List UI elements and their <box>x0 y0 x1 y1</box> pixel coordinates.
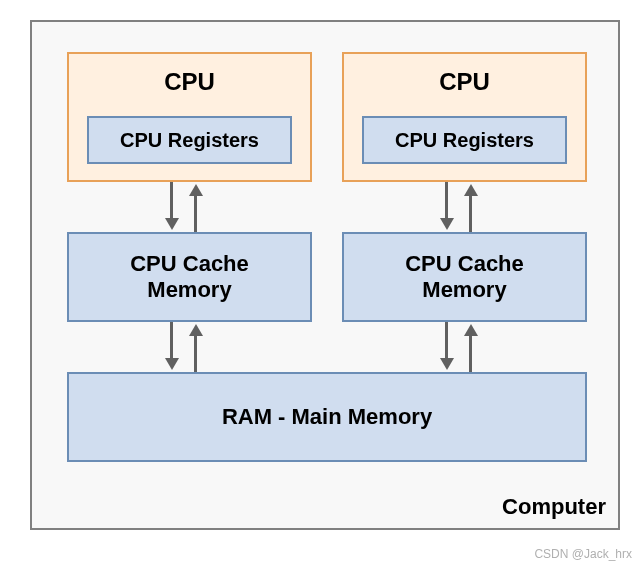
arrows-reg-cache-left <box>162 182 212 232</box>
arrows-cache-ram-left <box>162 322 212 372</box>
cpu-registers-box: CPU Registers <box>362 116 567 164</box>
computer-container: CPU CPU Registers CPU CPU Registers CPU … <box>30 20 620 530</box>
cache-label: CPU Cache Memory <box>405 251 524 304</box>
cpu-box-1: CPU CPU Registers <box>67 52 312 182</box>
cpu-registers-box: CPU Registers <box>87 116 292 164</box>
cpu-box-2: CPU CPU Registers <box>342 52 587 182</box>
cpu-registers-label: CPU Registers <box>395 129 534 152</box>
cpu-title: CPU <box>69 68 310 96</box>
cache-box-2: CPU Cache Memory <box>342 232 587 322</box>
cache-label: CPU Cache Memory <box>130 251 249 304</box>
arrows-cache-ram-right <box>437 322 487 372</box>
ram-label: RAM - Main Memory <box>222 404 432 430</box>
watermark: CSDN @Jack_hrx <box>534 547 632 561</box>
ram-box: RAM - Main Memory <box>67 372 587 462</box>
computer-label: Computer <box>502 494 606 520</box>
cpu-title: CPU <box>344 68 585 96</box>
cache-box-1: CPU Cache Memory <box>67 232 312 322</box>
cpu-registers-label: CPU Registers <box>120 129 259 152</box>
arrows-reg-cache-right <box>437 182 487 232</box>
